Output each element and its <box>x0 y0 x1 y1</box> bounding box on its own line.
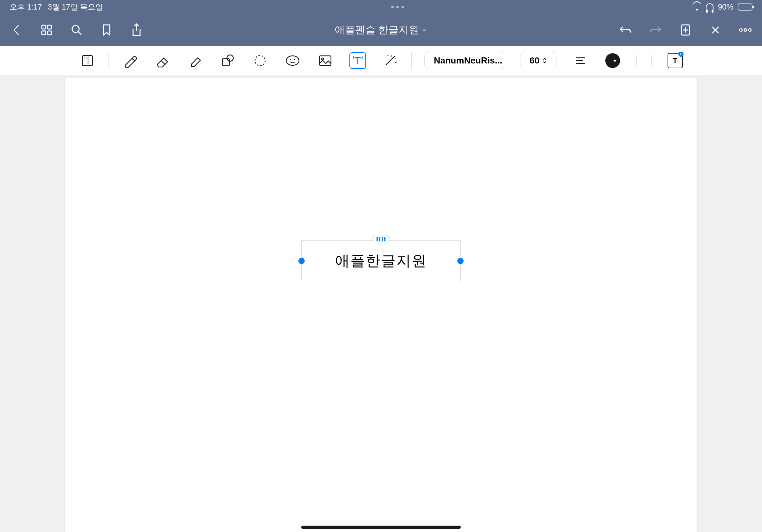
svg-rect-15 <box>222 59 229 66</box>
template-tool[interactable] <box>79 52 96 69</box>
background-color-selector[interactable] <box>636 53 651 68</box>
svg-point-13 <box>749 29 751 31</box>
bookmark-button[interactable] <box>100 23 114 37</box>
lasso-tool[interactable] <box>252 52 268 69</box>
home-indicator[interactable] <box>301 526 461 529</box>
canvas-area[interactable]: 애플한글지원 <box>0 75 762 532</box>
font-size-value: 60 <box>529 55 539 66</box>
redo-button[interactable] <box>648 23 662 37</box>
back-button[interactable] <box>10 23 24 37</box>
font-size-selector[interactable]: 60 <box>520 51 556 70</box>
close-button[interactable] <box>708 23 723 37</box>
add-page-button[interactable] <box>678 23 692 37</box>
wifi-icon <box>692 4 701 11</box>
svg-line-5 <box>79 32 81 35</box>
svg-rect-3 <box>47 31 51 35</box>
resize-handle-right[interactable] <box>457 258 464 264</box>
text-color-selector[interactable] <box>605 53 620 68</box>
grid-view-button[interactable] <box>39 23 54 37</box>
text-box-content[interactable]: 애플한글지원 <box>335 251 427 271</box>
magic-tool[interactable] <box>382 52 399 69</box>
svg-rect-14 <box>82 55 93 66</box>
text-style-icon: T <box>673 56 677 65</box>
svg-rect-2 <box>42 31 45 35</box>
svg-point-17 <box>255 55 265 66</box>
image-tool[interactable] <box>317 52 334 69</box>
text-style-tool[interactable]: T ♥ <box>667 53 683 68</box>
search-button[interactable] <box>70 23 84 37</box>
text-box-drag-handle[interactable] <box>372 235 390 243</box>
status-date: 3월 17일 목요일 <box>47 2 103 12</box>
eraser-tool[interactable] <box>154 52 171 69</box>
top-navigation: 애플펜슬 한글지원 <box>0 14 762 46</box>
shape-tool[interactable] <box>219 52 236 69</box>
status-bar: 오후 1:17 3월 17일 목요일 90% <box>0 0 762 14</box>
svg-point-20 <box>322 58 324 60</box>
undo-button[interactable] <box>618 23 633 37</box>
document-title[interactable]: 애플펜슬 한글지원 <box>335 23 427 37</box>
favorite-badge-icon: ♥ <box>678 52 683 57</box>
svg-rect-1 <box>47 25 51 29</box>
svg-point-18 <box>286 56 299 65</box>
svg-point-16 <box>227 55 233 61</box>
page[interactable]: 애플한글지원 <box>65 78 697 532</box>
share-button[interactable] <box>129 23 144 37</box>
font-selector[interactable]: NanumNeuRis... <box>424 51 504 70</box>
editing-toolbar: NanumNeuRis... 60 T ♥ <box>0 46 762 75</box>
svg-point-12 <box>744 29 747 31</box>
battery-icon <box>738 4 752 11</box>
chevron-down-icon <box>421 27 427 33</box>
font-name: NanumNeuRis... <box>434 55 502 66</box>
text-box[interactable]: 애플한글지원 <box>301 240 461 281</box>
pen-tool[interactable] <box>121 52 138 69</box>
multitasking-dots[interactable] <box>391 6 404 8</box>
status-time: 오후 1:17 <box>10 2 42 12</box>
sticker-tool[interactable] <box>284 52 301 69</box>
highlighter-tool[interactable] <box>187 52 203 69</box>
battery-percent: 90% <box>718 3 733 12</box>
svg-point-11 <box>740 29 742 31</box>
svg-rect-0 <box>42 25 45 29</box>
svg-rect-19 <box>319 56 331 65</box>
document-title-text: 애플펜슬 한글지원 <box>335 23 419 37</box>
resize-handle-left[interactable] <box>298 258 305 264</box>
svg-point-4 <box>72 26 79 33</box>
align-tool[interactable] <box>572 52 589 69</box>
more-button[interactable] <box>738 23 752 37</box>
headphones-icon <box>706 3 714 11</box>
text-tool[interactable] <box>349 52 366 69</box>
